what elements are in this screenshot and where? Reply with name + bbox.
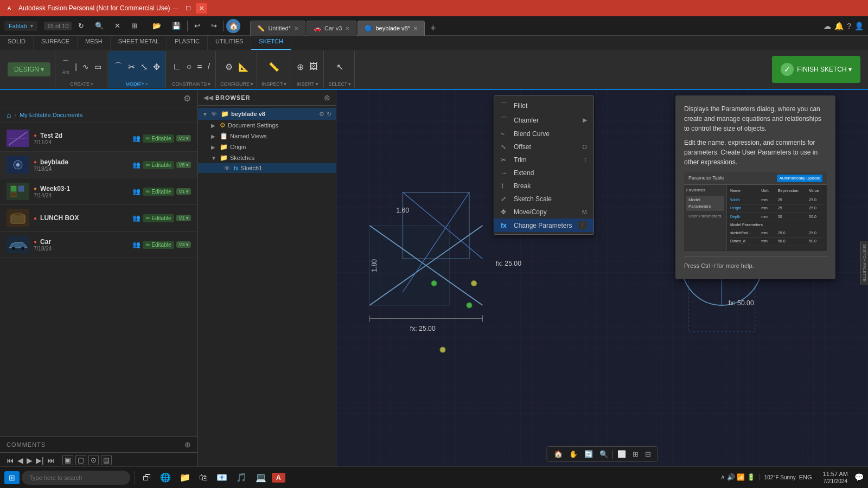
- editable-button-week03[interactable]: ✏ Editable: [143, 188, 175, 196]
- view-env-button[interactable]: ⊟: [643, 449, 653, 459]
- start-button[interactable]: ⊞: [4, 471, 20, 484]
- browser-item-sketch1[interactable]: 👁 fx Sketch1: [198, 163, 336, 173]
- ribbon-tab-sheet-metal[interactable]: SHEET METAL: [111, 36, 167, 50]
- eye-icon-sketch1[interactable]: 👁: [224, 165, 232, 171]
- constraint-btn2[interactable]: ○: [184, 60, 194, 74]
- maximize-button[interactable]: ☐: [183, 3, 194, 14]
- modify-fillet-button[interactable]: ⌒: [112, 59, 125, 75]
- editable-button-car[interactable]: ✏ Editable: [143, 241, 175, 249]
- design-button[interactable]: DESIGN ▾: [8, 62, 50, 76]
- modify-offset-button[interactable]: ⤡: [138, 60, 150, 74]
- taskbar-search[interactable]: [22, 471, 130, 485]
- clock-area[interactable]: 11:57 AM 7/21/2024: [821, 470, 850, 485]
- configure-btn1[interactable]: ⚙: [223, 60, 235, 74]
- configure-btn2[interactable]: 📐: [236, 60, 251, 74]
- menu-item-extend[interactable]: → Extend: [494, 166, 593, 179]
- edge-button[interactable]: 🌐: [157, 471, 174, 484]
- editable-button-lunchbox[interactable]: ✏ Editable: [143, 214, 175, 222]
- browser-item-named-views[interactable]: ▶ 📋 Named Views: [198, 131, 336, 142]
- play-next-button[interactable]: ▶|: [36, 456, 44, 465]
- save-button[interactable]: 💾: [168, 20, 185, 32]
- menu-item-fillet[interactable]: ⌒ Fillet: [494, 98, 593, 113]
- tab-beyblade-close[interactable]: ✕: [413, 25, 418, 31]
- project-item-test2d[interactable]: ● Test 2d 7/11/24 👥 ✏ Editable V3 ▾: [0, 125, 197, 152]
- fablab-menu[interactable]: Fablab ▾: [4, 21, 37, 31]
- view-mode-1[interactable]: ▣: [62, 455, 73, 465]
- view-mode-2[interactable]: ▢: [75, 455, 86, 465]
- constraint-btn3[interactable]: =: [195, 60, 204, 74]
- right-palette-tab[interactable]: SKETCH PALETTE: [860, 241, 868, 285]
- home-button[interactable]: 🏠: [226, 19, 240, 33]
- insert-btn1[interactable]: ⊕: [295, 60, 306, 74]
- ribbon-tab-utilities[interactable]: UTILITIES: [208, 36, 251, 50]
- menu-item-chamfer[interactable]: ⌒ Chamfer ▶: [494, 113, 593, 127]
- ribbon-tab-surface[interactable]: SURFACE: [34, 36, 78, 50]
- browser-item-root[interactable]: ▼ 👁 📁 beyblade v8 ⚙ ↻: [198, 108, 336, 120]
- browser-item-doc-settings[interactable]: ▶ ⚙ Document Settings: [198, 120, 336, 131]
- insert-btn2[interactable]: 🖼: [307, 60, 320, 74]
- taskview-button[interactable]: 🗗: [139, 472, 155, 484]
- menu-item-offset[interactable]: ⤡ Offset O: [494, 140, 593, 153]
- editable-button-beyblade[interactable]: ✏ Editable: [143, 161, 175, 169]
- mail-button[interactable]: 📧: [213, 471, 231, 484]
- editable-button-test2d[interactable]: ✏ Editable: [143, 134, 175, 143]
- browser-collapse-icon[interactable]: ◀◀: [203, 94, 213, 101]
- minimize-button[interactable]: —: [170, 3, 181, 14]
- notifications-button[interactable]: 💬: [854, 473, 864, 481]
- breadcrumb-link[interactable]: My Editable Documents: [20, 112, 82, 118]
- music-button[interactable]: 🎵: [233, 471, 250, 484]
- tab-untitled[interactable]: ✏️ Untitled* ✕: [250, 21, 305, 36]
- refresh-button[interactable]: ↻: [74, 20, 88, 32]
- play-prev-button[interactable]: ◀: [17, 456, 23, 465]
- menu-item-sketch-scale[interactable]: ⤢ Sketch Scale: [494, 192, 593, 206]
- play-end-button[interactable]: ⏭: [47, 456, 55, 465]
- tab-untitled-close[interactable]: ✕: [294, 25, 298, 31]
- create-rect-button[interactable]: ▭: [92, 60, 104, 74]
- change-params-options[interactable]: ⋮: [578, 221, 587, 229]
- explorer-button[interactable]: 📁: [176, 471, 194, 484]
- project-item-car[interactable]: ● Car 7/18/24 👥 ✏ Editable V3 ▾: [0, 232, 197, 258]
- tab-car-close[interactable]: ✕: [345, 25, 349, 31]
- select-btn1[interactable]: ↖: [334, 60, 346, 74]
- eye-icon-root[interactable]: 👁: [211, 111, 219, 117]
- project-item-beyblade[interactable]: ● beyblade 7/18/24 👥 ✏ Editable V8 ▾: [0, 152, 197, 178]
- view-orbit-button[interactable]: 🔄: [582, 449, 595, 459]
- comments-add-icon[interactable]: ⊕: [184, 440, 191, 449]
- play-button[interactable]: ▶: [27, 456, 33, 465]
- ribbon-tab-sketch[interactable]: SKETCH: [251, 36, 291, 50]
- ribbon-tab-solid[interactable]: SOLID: [0, 36, 34, 50]
- undo-button[interactable]: ↩: [190, 20, 205, 32]
- search-button[interactable]: 🔍: [91, 20, 108, 32]
- play-start-button[interactable]: ⏮: [7, 456, 14, 465]
- create-line-button[interactable]: |: [73, 60, 79, 74]
- project-item-lunchbox[interactable]: ● LUNCH BOX 👥 ✏ Editable V1 ▾: [0, 205, 197, 232]
- browser-item-origin[interactable]: ▶ 📁 Origin: [198, 142, 336, 152]
- ribbon-tab-mesh[interactable]: MESH: [78, 36, 111, 50]
- constraint-btn1[interactable]: ∟: [170, 60, 183, 74]
- sync-icon-root[interactable]: ↻: [327, 111, 331, 118]
- view-mode-4[interactable]: ▤: [101, 455, 112, 465]
- constraint-btn4[interactable]: /: [206, 60, 212, 74]
- view-grid-button[interactable]: ⊞: [630, 449, 641, 459]
- menu-item-move-copy[interactable]: ✥ Move/Copy M: [494, 206, 593, 219]
- redo-button[interactable]: ↪: [207, 20, 221, 32]
- menu-item-trim[interactable]: ✂ Trim T: [494, 153, 593, 166]
- store-button[interactable]: 🛍: [196, 472, 211, 484]
- modify-trim-button[interactable]: ✂: [126, 60, 137, 74]
- view-display-button[interactable]: ⬜: [615, 449, 628, 459]
- grid-view-button[interactable]: ⊞: [127, 20, 142, 32]
- canvas-area[interactable]: fx: 25.00 fx: 25.00 1.60 1.80 fx: 14.20 …: [336, 90, 868, 467]
- fusion-taskbar-button[interactable]: A: [272, 473, 285, 483]
- inspect-btn1[interactable]: 📏: [266, 60, 282, 74]
- tab-beyblade[interactable]: 🔵 beyblade v8* ✕: [358, 21, 425, 36]
- browser-item-sketches[interactable]: ▼ 📁 Sketches: [198, 152, 336, 163]
- tab-car[interactable]: 🚗 Car v3 ✕: [307, 21, 356, 36]
- browser-expand-icon[interactable]: ⊕: [324, 93, 330, 102]
- view-zoom-button[interactable]: 🔍: [597, 449, 610, 459]
- modify-move-button[interactable]: ✥: [151, 60, 162, 74]
- view-pan-button[interactable]: ✋: [567, 449, 580, 459]
- menu-item-break[interactable]: ⌇ Break: [494, 179, 593, 192]
- close-button[interactable]: ✕: [196, 3, 207, 14]
- menu-item-change-params[interactable]: fx Change Parameters ⋮: [494, 219, 593, 232]
- new-tab-button[interactable]: +: [426, 21, 441, 36]
